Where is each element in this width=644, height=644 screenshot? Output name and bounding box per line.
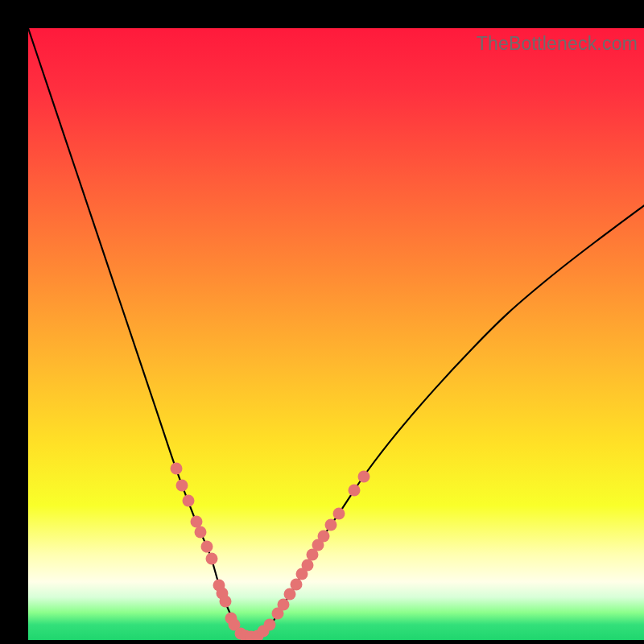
data-point [325, 519, 337, 531]
chart-frame: TheBottleneck.com [0, 0, 644, 644]
bottleneck-curve [28, 28, 644, 640]
data-point [333, 507, 345, 519]
data-point [205, 552, 217, 564]
plot-area: TheBottleneck.com [28, 28, 644, 640]
data-point [263, 619, 275, 631]
watermark-text: TheBottleneck.com [477, 33, 638, 55]
data-point [170, 463, 182, 475]
data-point [200, 541, 213, 553]
data-point [195, 526, 207, 539]
data-point [318, 530, 330, 542]
data-point [301, 559, 313, 572]
data-point [176, 479, 188, 491]
data-point [182, 495, 194, 507]
data-point [349, 484, 361, 496]
data-point [219, 596, 231, 608]
data-point [357, 471, 369, 483]
data-point [278, 598, 290, 610]
data-point [290, 578, 302, 590]
